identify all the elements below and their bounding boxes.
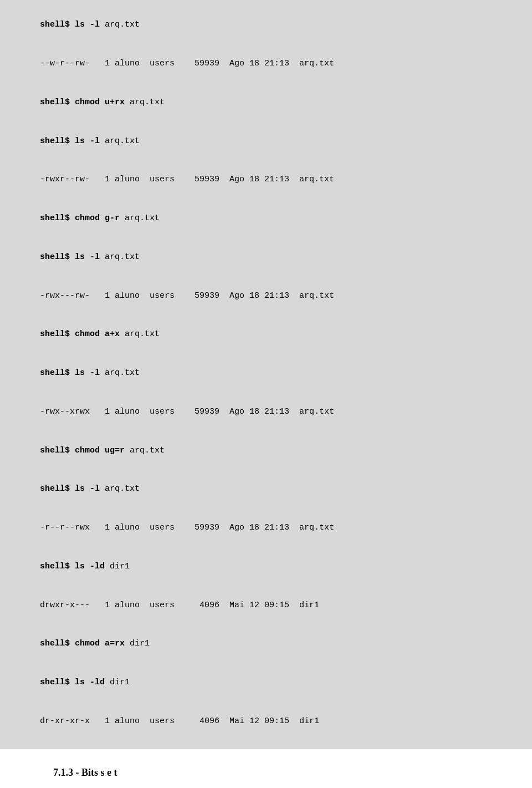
terminal-line-9: shell$ ls -l arq.txt (10, 470, 522, 509)
prompt-3: shell$ (40, 136, 70, 146)
section-title: 7.1.3 - Bits s e t (53, 767, 505, 779)
cmd-5: ls -l arq.txt (70, 252, 140, 262)
terminal-output-7: dr-xr-xr-x 1 aluno users 4096 Mai 12 09:… (10, 702, 522, 741)
output-text-4: -rwx--xrwx 1 aluno users 59939 Ago 18 21… (40, 407, 334, 416)
section-title-text: 7.1.3 - Bits s e t (53, 767, 117, 778)
page: shell$ ls -l arq.txt --w-r--rw- 1 aluno … (0, 0, 532, 788)
cmd-6: chmod a+x arq.txt (70, 329, 160, 339)
terminal-block: shell$ ls -l arq.txt --w-r--rw- 1 aluno … (0, 0, 532, 749)
output-text-6: drwxr-x--- 1 aluno users 4096 Mai 12 09:… (40, 601, 319, 610)
output-text-5: -r--r--rwx 1 aluno users 59939 Ago 18 21… (40, 523, 334, 532)
prompt-11: shell$ (40, 639, 70, 648)
terminal-line-5: shell$ ls -l arq.txt (10, 238, 522, 277)
terminal-line-4: shell$ chmod g-r arq.txt (10, 199, 522, 238)
terminal-output-4: -rwx--xrwx 1 aluno users 59939 Ago 18 21… (10, 393, 522, 431)
terminal-line-6: shell$ chmod a+x arq.txt (10, 315, 522, 354)
cmd-9: ls -l arq.txt (70, 484, 140, 494)
cmd-10: ls -ld dir1 (70, 562, 130, 571)
terminal-line-7: shell$ ls -l arq.txt (10, 354, 522, 393)
terminal-output-5: -r--r--rwx 1 aluno users 59939 Ago 18 21… (10, 509, 522, 547)
prompt-4: shell$ (40, 213, 70, 223)
cmd-4: chmod g-r arq.txt (70, 213, 160, 223)
terminal-line-8: shell$ chmod ug=r arq.txt (10, 431, 522, 470)
output-text-3: -rwx---rw- 1 aluno users 59939 Ago 18 21… (40, 291, 334, 301)
cmd-8: chmod ug=r arq.txt (70, 446, 165, 455)
terminal-output-1: --w-r--rw- 1 aluno users 59939 Ago 18 21… (10, 44, 522, 83)
output-text-2: -rwxr--rw- 1 aluno users 59939 Ago 18 21… (40, 175, 334, 184)
cmd-7: ls -l arq.txt (70, 368, 140, 378)
prompt-2: shell$ (40, 98, 70, 107)
cmd-1: ls -l arq.txt (70, 20, 140, 29)
terminal-line-3: shell$ ls -l arq.txt (10, 121, 522, 160)
terminal-line-11: shell$ chmod a=rx dir1 (10, 624, 522, 663)
prompt-9: shell$ (40, 484, 70, 494)
terminal-output-2: -rwxr--rw- 1 aluno users 59939 Ago 18 21… (10, 160, 522, 199)
prompt-10: shell$ (40, 562, 70, 571)
terminal-line-2: shell$ chmod u+rx arq.txt (10, 83, 522, 122)
prompt-1: shell$ (40, 20, 70, 29)
terminal-output-3: -rwx---rw- 1 aluno users 59939 Ago 18 21… (10, 276, 522, 315)
prompt-7: shell$ (40, 368, 70, 378)
output-text-7: dr-xr-xr-x 1 aluno users 4096 Mai 12 09:… (40, 716, 319, 726)
prompt-5: shell$ (40, 252, 70, 262)
terminal-line-1: shell$ ls -l arq.txt (10, 6, 522, 44)
cmd-11: chmod a=rx dir1 (70, 639, 150, 648)
prompt-12: shell$ (40, 678, 70, 687)
cmd-2: chmod u+rx arq.txt (70, 98, 165, 107)
cmd-12: ls -ld dir1 (70, 678, 130, 687)
cmd-3: ls -l arq.txt (70, 136, 140, 146)
terminal-output-6: drwxr-x--- 1 aluno users 4096 Mai 12 09:… (10, 586, 522, 624)
content-area: 7.1.3 - Bits s e t Além dos bits de perm… (0, 749, 532, 788)
prompt-8: shell$ (40, 446, 70, 455)
prompt-6: shell$ (40, 329, 70, 339)
terminal-line-10: shell$ ls -ld dir1 (10, 547, 522, 586)
output-text-1: --w-r--rw- 1 aluno users 59939 Ago 18 21… (40, 59, 334, 68)
terminal-line-12: shell$ ls -ld dir1 (10, 663, 522, 702)
